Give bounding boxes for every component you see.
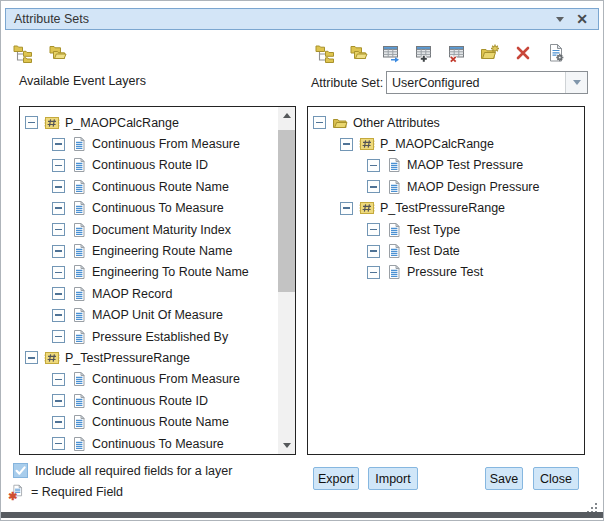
collapse-minus-toggle[interactable] bbox=[52, 266, 65, 279]
toolbar-left-group bbox=[13, 43, 67, 63]
collapse-minus-toggle[interactable] bbox=[367, 266, 380, 279]
close-button[interactable]: Close bbox=[533, 467, 579, 490]
folder-pair-icon[interactable] bbox=[348, 43, 368, 63]
attribute-set-tree-icon[interactable] bbox=[315, 43, 335, 63]
collapse-minus-toggle[interactable] bbox=[52, 159, 65, 172]
attribute-set-panel: Other Attributes P_MAOPCalcRange MAOP Te… bbox=[307, 106, 585, 455]
collapse-minus-toggle[interactable] bbox=[52, 138, 65, 151]
collapse-minus-toggle[interactable] bbox=[52, 394, 65, 407]
collapse-minus-toggle[interactable] bbox=[25, 116, 38, 129]
tree-item-p-testpressurerange[interactable]: P_TestPressureRange bbox=[20, 347, 278, 368]
collapse-minus-toggle[interactable] bbox=[367, 159, 380, 172]
attribute-set-dropdown-value: UserConfigured bbox=[387, 76, 565, 90]
document-field-icon bbox=[386, 264, 402, 280]
collapse-minus-toggle[interactable] bbox=[52, 223, 65, 236]
scroll-down-icon[interactable] bbox=[278, 437, 295, 454]
titlebar[interactable]: Attribute Sets ✕ bbox=[5, 8, 599, 30]
create-attribute-set-icon[interactable] bbox=[13, 43, 33, 63]
tree-item-pressure-test[interactable]: Pressure Test bbox=[308, 262, 584, 283]
collapse-minus-toggle[interactable] bbox=[367, 223, 380, 236]
collapse-minus-toggle[interactable] bbox=[52, 373, 65, 386]
collapse-minus-toggle[interactable] bbox=[367, 180, 380, 193]
collapse-minus-toggle[interactable] bbox=[52, 202, 65, 215]
tree-item-maop-test-pressure[interactable]: MAOP Test Pressure bbox=[308, 155, 584, 176]
scrollbar-thumb[interactable] bbox=[278, 130, 295, 292]
tree-item-continuous-route-name[interactable]: Continuous Route Name bbox=[20, 176, 278, 197]
scroll-up-icon[interactable] bbox=[278, 107, 295, 124]
collapse-minus-toggle[interactable] bbox=[367, 245, 380, 258]
delete-x-icon[interactable] bbox=[513, 43, 533, 63]
available-layers-tree: P_MAOPCalcRange Continuous From Measure … bbox=[20, 107, 278, 454]
document-field-icon bbox=[71, 264, 87, 280]
tree-item-label: Test Type bbox=[407, 223, 460, 237]
collapse-minus-toggle[interactable] bbox=[52, 287, 65, 300]
tree-item-document-maturity-index[interactable]: Document Maturity Index bbox=[20, 219, 278, 240]
tree-item-continuous-route-id[interactable]: Continuous Route ID bbox=[20, 155, 278, 176]
vertical-scrollbar[interactable] bbox=[278, 107, 295, 454]
tree-item-label: Continuous To Measure bbox=[92, 201, 224, 215]
export-button[interactable]: Export bbox=[313, 467, 359, 490]
document-field-icon bbox=[71, 329, 87, 345]
collapse-minus-toggle[interactable] bbox=[52, 245, 65, 258]
tree-item-engineering-to-route-name[interactable]: Engineering To Route Name bbox=[20, 262, 278, 283]
tree-item-maop-design-pressure[interactable]: MAOP Design Pressure bbox=[308, 176, 584, 197]
tree-item-test-type[interactable]: Test Type bbox=[308, 219, 584, 240]
table-export-icon[interactable] bbox=[381, 43, 401, 63]
tree-item-label: Engineering Route Name bbox=[92, 244, 232, 258]
tree-item-label: Pressure Established By bbox=[92, 330, 228, 344]
tree-item-maop-unit-of-measure[interactable]: MAOP Unit Of Measure bbox=[20, 305, 278, 326]
tree-item-p-maopcalcrange[interactable]: P_MAOPCalcRange bbox=[308, 133, 584, 154]
table-add-icon[interactable] bbox=[414, 43, 434, 63]
event-layer-hash-icon bbox=[359, 136, 375, 152]
document-field-icon bbox=[71, 157, 87, 173]
available-layers-panel: P_MAOPCalcRange Continuous From Measure … bbox=[19, 106, 296, 455]
open-folder-icon[interactable] bbox=[47, 43, 67, 63]
collapse-minus-toggle[interactable] bbox=[313, 116, 326, 129]
dropdown-button[interactable] bbox=[565, 72, 587, 93]
collapse-minus-toggle[interactable] bbox=[52, 180, 65, 193]
open-folder-icon bbox=[332, 115, 348, 131]
close-icon[interactable]: ✕ bbox=[576, 12, 588, 26]
save-button[interactable]: Save bbox=[485, 467, 523, 490]
collapse-minus-toggle[interactable] bbox=[52, 330, 65, 343]
attribute-set-dropdown[interactable]: UserConfigured bbox=[386, 71, 588, 94]
tree-item-continuous-route-id[interactable]: Continuous Route ID bbox=[20, 390, 278, 411]
document-field-icon bbox=[71, 286, 87, 302]
collapse-minus-toggle[interactable] bbox=[52, 309, 65, 322]
collapse-minus-toggle[interactable] bbox=[52, 416, 65, 429]
tree-item-continuous-to-measure[interactable]: Continuous To Measure bbox=[20, 198, 278, 219]
collapse-caret-icon[interactable] bbox=[556, 17, 564, 22]
collapse-minus-toggle[interactable] bbox=[25, 351, 38, 364]
tree-item-label: MAOP Record bbox=[92, 287, 172, 301]
folder-gear-icon[interactable] bbox=[480, 43, 500, 63]
collapse-minus-toggle[interactable] bbox=[340, 138, 353, 151]
tree-item-test-date[interactable]: Test Date bbox=[308, 240, 584, 261]
tree-item-p-testpressurerange[interactable]: P_TestPressureRange bbox=[308, 198, 584, 219]
tree-item-label: P_MAOPCalcRange bbox=[380, 137, 494, 151]
tree-item-continuous-from-measure[interactable]: Continuous From Measure bbox=[20, 369, 278, 390]
include-required-checkbox[interactable] bbox=[13, 463, 28, 478]
tree-item-p-maopcalcrange[interactable]: P_MAOPCalcRange bbox=[20, 112, 278, 133]
document-field-icon bbox=[386, 157, 402, 173]
asterisk-icon: ✱ bbox=[8, 491, 17, 502]
required-field-legend: ✱ = Required Field bbox=[9, 483, 123, 501]
tree-item-continuous-route-name[interactable]: Continuous Route Name bbox=[20, 411, 278, 432]
tree-item-pressure-established-by[interactable]: Pressure Established By bbox=[20, 326, 278, 347]
tree-item-label: Test Date bbox=[407, 244, 460, 258]
table-remove-icon[interactable] bbox=[447, 43, 467, 63]
available-event-layers-label: Available Event Layers bbox=[19, 74, 146, 88]
tree-item-label: MAOP Test Pressure bbox=[407, 158, 523, 172]
document-gear-icon[interactable] bbox=[546, 43, 566, 63]
tree-item-continuous-from-measure[interactable]: Continuous From Measure bbox=[20, 133, 278, 154]
tree-item-maop-record[interactable]: MAOP Record bbox=[20, 283, 278, 304]
tree-item-label: Continuous From Measure bbox=[92, 372, 240, 386]
collapse-minus-toggle[interactable] bbox=[340, 202, 353, 215]
include-required-label: Include all required fields for a layer bbox=[35, 464, 232, 478]
collapse-minus-toggle[interactable] bbox=[52, 437, 65, 450]
tree-item-other-attributes[interactable]: Other Attributes bbox=[308, 112, 584, 133]
tree-item-continuous-to-measure[interactable]: Continuous To Measure bbox=[20, 433, 278, 454]
import-button[interactable]: Import bbox=[368, 467, 418, 490]
tree-item-engineering-route-name[interactable]: Engineering Route Name bbox=[20, 240, 278, 261]
document-field-icon bbox=[386, 222, 402, 238]
document-field-icon bbox=[71, 414, 87, 430]
